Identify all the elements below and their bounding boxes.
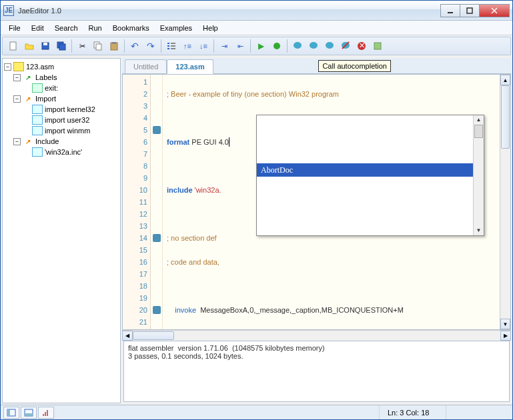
fold-marker-icon[interactable]	[153, 306, 161, 314]
svg-point-20	[294, 42, 302, 49]
scroll-thumb[interactable]	[474, 125, 483, 138]
output-console[interactable]: flat assembler version 1.71.06 (1048575 …	[123, 341, 510, 402]
open-file-icon[interactable]	[22, 39, 37, 53]
tree-root[interactable]: 123.asm	[26, 63, 54, 71]
label-item-icon	[32, 83, 43, 93]
prev-bookmark-icon[interactable]: ↑≡	[180, 39, 195, 53]
maximize-button[interactable]	[460, 4, 480, 17]
menu-search[interactable]: Search	[49, 22, 83, 34]
save-all-icon[interactable]	[54, 39, 69, 53]
svg-rect-16	[171, 43, 175, 44]
scroll-thumb[interactable]	[501, 85, 510, 149]
labels-icon: ↗	[23, 73, 33, 82]
svg-rect-10	[96, 44, 101, 50]
debug-icon[interactable]	[270, 39, 284, 53]
tree-collapse-icon[interactable]: −	[13, 95, 21, 103]
comment3-icon[interactable]	[322, 39, 337, 53]
scroll-thumb[interactable]	[133, 331, 174, 340]
svg-point-22	[326, 42, 334, 49]
cut-icon[interactable]: ✂	[75, 39, 89, 53]
scroll-down-icon[interactable]: ▼	[474, 226, 484, 235]
tree-import[interactable]: Import	[35, 95, 56, 103]
comment1-icon[interactable]	[290, 39, 305, 53]
save-icon[interactable]	[38, 39, 53, 53]
tree-import-item[interactable]: import kernel32	[45, 105, 95, 113]
tree-import-item[interactable]: import user32	[45, 116, 89, 124]
status-panel2-icon[interactable]	[21, 407, 37, 419]
autocomplete-item[interactable]: AbortDoc	[257, 163, 484, 177]
redo-icon[interactable]: ↷	[143, 39, 158, 53]
error-icon[interactable]: ✕	[354, 39, 369, 53]
undo-icon[interactable]: ↶	[127, 39, 142, 53]
svg-rect-33	[45, 412, 46, 416]
text-caret	[229, 137, 229, 147]
titlebar[interactable]: JE JaeEditor 1.0	[1, 1, 512, 21]
scroll-up-icon[interactable]: ▲	[500, 75, 510, 85]
editor-vscrollbar[interactable]: ▲▼	[500, 75, 510, 329]
run-icon[interactable]: ▶	[253, 39, 268, 53]
fold-marker-icon[interactable]	[153, 126, 161, 134]
scroll-up-icon[interactable]: ▲	[474, 115, 484, 125]
menu-help[interactable]: Help	[197, 22, 223, 34]
fold-marker-icon[interactable]	[153, 234, 161, 242]
menu-run[interactable]: Run	[83, 22, 107, 34]
svg-rect-29	[7, 409, 10, 416]
outdent-icon[interactable]: ⇤	[233, 39, 247, 53]
copy-icon[interactable]	[91, 39, 105, 53]
tree-label-item[interactable]: exit:	[45, 84, 58, 92]
svg-rect-15	[167, 48, 169, 49]
import-item-icon	[32, 105, 43, 114]
bookmark-list-icon[interactable]	[164, 39, 179, 53]
tree-collapse-icon[interactable]: −	[13, 138, 21, 145]
paste-icon[interactable]	[107, 39, 121, 53]
scroll-left-icon[interactable]: ◀	[122, 331, 133, 341]
menu-examples[interactable]: Examples	[155, 22, 197, 34]
tree-include-item[interactable]: 'win32a.inc'	[45, 148, 82, 156]
comment2-icon[interactable]	[306, 39, 321, 53]
scissors-icon: ✂	[79, 42, 85, 51]
svg-rect-14	[167, 45, 169, 47]
tree-collapse-icon[interactable]: −	[4, 63, 11, 71]
menu-file[interactable]: File	[3, 22, 26, 34]
next-bookmark-icon[interactable]: ↓≡	[196, 39, 211, 53]
import-icon: ↗	[23, 94, 33, 103]
menu-edit[interactable]: Edit	[26, 22, 49, 34]
comment-del-icon[interactable]	[338, 39, 353, 53]
svg-rect-13	[167, 43, 169, 44]
autocomplete-scrollbar[interactable]: ▲▼	[473, 115, 484, 235]
status-panel1-icon[interactable]	[3, 407, 19, 419]
tab-active[interactable]: 123.asm	[167, 59, 213, 74]
scroll-right-icon[interactable]: ▶	[500, 331, 511, 341]
autocomplete-popup[interactable]: AbortDoc AbortPath AbortPrinter AbortSys…	[256, 115, 484, 236]
tree-import-item[interactable]: import winmm	[45, 127, 90, 135]
svg-text:✕: ✕	[359, 41, 365, 49]
options-icon[interactable]	[370, 39, 385, 53]
import-item-icon	[32, 115, 43, 125]
project-tree[interactable]: −123.asm −↗Labels exit: −↗Import import …	[2, 58, 121, 403]
code-editor[interactable]: 123456789101112131415161718192021 ; Beer…	[122, 74, 511, 330]
status-position: Ln: 3 Col: 18	[379, 405, 446, 419]
svg-rect-18	[171, 48, 175, 49]
toolbar: ✂ ↶ ↷ ↑≡ ↓≡ ⇥ ⇤ ▶ ✕	[2, 37, 511, 55]
app-title: JaeEditor 1.0	[18, 7, 441, 15]
editor-tabs: Untitled 123.asm Call autocompletion	[122, 58, 511, 74]
svg-point-21	[310, 42, 318, 49]
indent-icon[interactable]: ⇥	[217, 39, 231, 53]
new-file-icon[interactable]	[6, 39, 21, 53]
app-icon: JE	[3, 5, 14, 16]
tree-collapse-icon[interactable]: −	[13, 74, 21, 81]
statusbar: Ln: 3 Col: 18	[1, 405, 512, 419]
tree-labels[interactable]: Labels	[35, 73, 57, 81]
code-content[interactable]: ; Beer - example of tiny (one section) W…	[163, 75, 500, 329]
svg-rect-4	[10, 42, 16, 50]
minimize-button[interactable]	[440, 4, 460, 17]
svg-rect-12	[112, 42, 116, 44]
status-panel3-icon[interactable]	[38, 407, 54, 419]
tab-untitled[interactable]: Untitled	[125, 59, 167, 73]
menu-bookmarks[interactable]: Bookmarks	[107, 22, 155, 34]
editor-hscrollbar[interactable]: ◀▶	[122, 330, 511, 341]
tree-include[interactable]: Include	[35, 137, 59, 145]
scroll-down-icon[interactable]: ▼	[500, 319, 510, 329]
close-button[interactable]	[479, 4, 510, 17]
import-item-icon	[32, 126, 43, 135]
